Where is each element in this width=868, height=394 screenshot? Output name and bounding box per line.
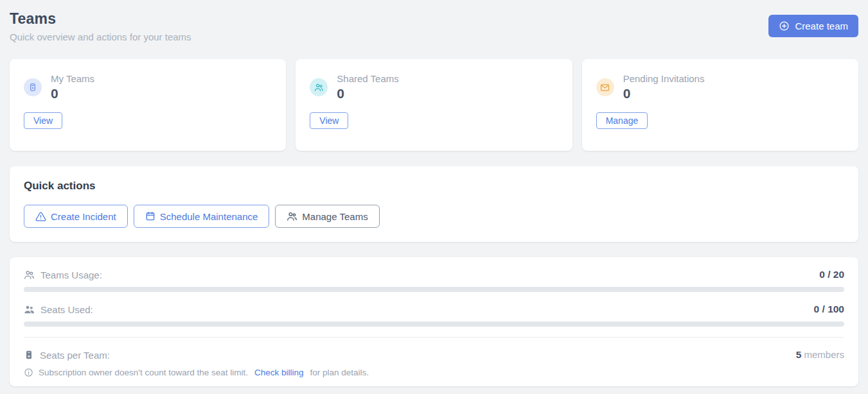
teams-usage-row: Teams Usage: 0 / 20	[24, 269, 844, 280]
seats-used-value: 0 / 100	[814, 304, 844, 315]
users-icon	[310, 78, 328, 96]
create-team-button[interactable]: Create team	[768, 15, 858, 37]
teams-usage-value: 0 / 20	[819, 269, 844, 280]
create-incident-label: Create Incident	[51, 211, 116, 222]
schedule-maintenance-label: Schedule Maintenance	[160, 211, 258, 222]
usage-panel: Teams Usage: 0 / 20 Seats Used: 0 / 100	[10, 257, 858, 386]
seats-per-team-value: 5 members	[796, 349, 844, 361]
pending-invitations-card: Pending Invitations 0 Manage	[582, 59, 858, 151]
page-title: Teams	[10, 10, 191, 28]
teams-usage-progressbar	[24, 287, 844, 292]
stat-label: My Teams	[51, 73, 94, 84]
users-icon	[287, 211, 297, 222]
page-subtitle: Quick overview and actions for your team…	[10, 31, 191, 42]
check-billing-link[interactable]: Check billing	[254, 368, 304, 377]
seats-used-row: Seats Used: 0 / 100	[24, 304, 844, 315]
stat-label: Shared Teams	[337, 73, 398, 84]
page-header-text: Teams Quick overview and actions for you…	[10, 10, 191, 42]
schedule-maintenance-button[interactable]: Schedule Maintenance	[134, 205, 270, 228]
manage-teams-label: Manage Teams	[302, 211, 368, 222]
quick-actions-panel: Quick actions Create Incident Schedule M…	[10, 166, 858, 242]
manage-teams-button[interactable]: Manage Teams	[275, 205, 379, 228]
teams-page: Teams Quick overview and actions for you…	[0, 0, 868, 394]
manage-invitations-button[interactable]: Manage	[596, 112, 648, 129]
stat-value: 0	[337, 86, 398, 101]
mail-icon	[596, 78, 614, 96]
stats-row: My Teams 0 View Shared Teams 0 View	[10, 59, 858, 151]
note-text-before: Subscription owner doesn't count toward …	[39, 368, 248, 377]
view-shared-teams-button[interactable]: View	[310, 112, 348, 129]
plus-circle-icon	[779, 21, 790, 31]
users-outline-icon	[24, 270, 35, 280]
create-team-label: Create team	[795, 21, 848, 31]
users-filled-icon	[24, 304, 35, 315]
stat-value: 0	[51, 86, 94, 101]
calendar-icon	[145, 211, 155, 221]
seats-per-team-label: Seats per Team:	[40, 350, 110, 361]
quick-actions-title: Quick actions	[24, 180, 844, 193]
stat-label: Pending Invitations	[623, 73, 705, 84]
info-icon	[24, 368, 33, 377]
shared-teams-card: Shared Teams 0 View	[296, 59, 572, 151]
usage-divider	[24, 337, 844, 338]
warning-icon	[35, 211, 46, 222]
seat-limit-note: Subscription owner doesn't count toward …	[24, 368, 844, 377]
id-badge-icon	[24, 78, 42, 96]
teams-usage-label: Teams Usage:	[40, 270, 102, 280]
page-header: Teams Quick overview and actions for you…	[10, 10, 858, 42]
note-text-after: for plan details.	[310, 368, 369, 377]
seats-used-label: Seats Used:	[40, 304, 93, 315]
seats-used-progressbar	[24, 321, 844, 327]
view-my-teams-button[interactable]: View	[24, 112, 62, 129]
create-incident-button[interactable]: Create Incident	[24, 205, 128, 228]
stat-value: 0	[623, 86, 705, 101]
my-teams-card: My Teams 0 View	[10, 59, 286, 151]
id-badge-filled-icon	[24, 350, 34, 360]
seats-per-team-row: Seats per Team: 5 members	[24, 349, 844, 361]
